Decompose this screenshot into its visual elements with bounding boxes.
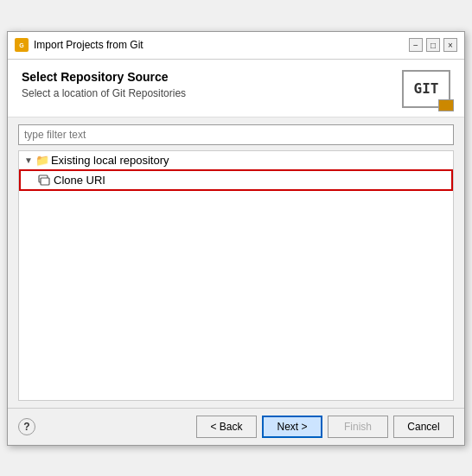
clone-uri-icon [38, 174, 50, 186]
tree-item-clone-uri[interactable]: Clone URI [19, 169, 453, 191]
title-bar: G Import Projects from Git − □ × [8, 32, 464, 60]
back-button[interactable]: < Back [196, 416, 257, 438]
header-subtitle: Select a location of Git Repositories [22, 87, 186, 99]
minimize-button[interactable]: − [409, 38, 423, 52]
existing-local-label: Existing local repository [51, 154, 169, 167]
filter-input[interactable] [18, 124, 454, 145]
svg-text:G: G [19, 42, 24, 48]
footer-left: ? [18, 418, 35, 435]
title-bar-left: G Import Projects from Git [15, 38, 144, 52]
repository-tree: ▼ 📁 Existing local repository Clone URI [18, 150, 454, 401]
content-section: ▼ 📁 Existing local repository Clone URI [8, 117, 464, 408]
tree-item-existing-local[interactable]: ▼ 📁 Existing local repository [19, 151, 453, 169]
cancel-button[interactable]: Cancel [393, 416, 454, 438]
dialog-footer: ? < Back Next > Finish Cancel [8, 408, 464, 445]
header-title: Select Repository Source [22, 70, 186, 84]
folder-icon: 📁 [35, 154, 48, 166]
svg-rect-3 [41, 178, 49, 185]
git-logo: GIT [402, 70, 450, 108]
restore-button[interactable]: □ [426, 38, 440, 52]
import-dialog: G Import Projects from Git − □ × Select … [7, 31, 465, 446]
close-button[interactable]: × [443, 38, 457, 52]
header-text: Select Repository Source Select a locati… [22, 70, 186, 99]
dialog-icon: G [15, 38, 29, 52]
finish-button[interactable]: Finish [328, 416, 388, 438]
clone-uri-label: Clone URI [54, 174, 105, 187]
dialog-title: Import Projects from Git [34, 39, 144, 51]
expand-arrow-icon: ▼ [24, 155, 33, 165]
next-button[interactable]: Next > [262, 416, 322, 438]
footer-buttons: < Back Next > Finish Cancel [196, 416, 454, 438]
git-logo-text: GIT [414, 80, 439, 97]
help-button[interactable]: ? [18, 418, 35, 435]
git-logo-badge [438, 99, 454, 111]
window-controls: − □ × [409, 38, 457, 52]
header-section: Select Repository Source Select a locati… [8, 60, 464, 117]
